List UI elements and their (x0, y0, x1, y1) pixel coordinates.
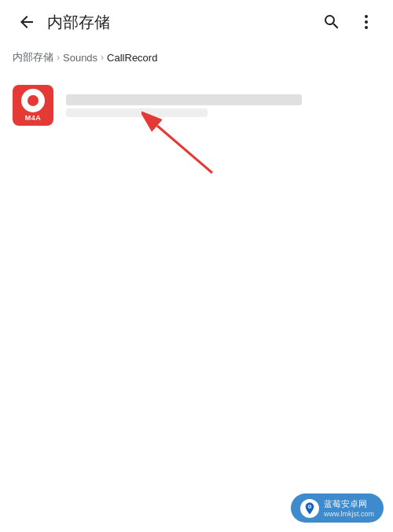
breadcrumb: 内部存储 › Sounds › CallRecord (0, 44, 393, 74)
file-icon-inner (21, 89, 45, 112)
breadcrumb-item-callrecord[interactable]: CallRecord (107, 52, 157, 64)
svg-point-1 (365, 20, 368, 24)
file-type-label: M4A (25, 114, 42, 122)
file-meta-bar (66, 108, 208, 117)
breadcrumb-item-sounds[interactable]: Sounds (63, 52, 97, 64)
file-icon: M4A (13, 85, 53, 126)
file-item[interactable]: M4A (0, 77, 393, 134)
file-info (66, 94, 380, 117)
back-button[interactable] (13, 8, 41, 36)
more-button[interactable] (352, 8, 380, 36)
app-bar-actions (318, 8, 380, 36)
search-button[interactable] (318, 8, 346, 36)
page-title: 内部存储 (47, 12, 318, 33)
breadcrumb-item-root[interactable]: 内部存储 (13, 50, 53, 64)
app-bar: 内部存储 (0, 0, 393, 44)
svg-point-2 (365, 26, 368, 29)
watermark-text: 蓝莓安卓网 www.lmkjst.com (324, 498, 374, 518)
watermark-icon (300, 499, 319, 518)
file-name-bar (66, 94, 302, 105)
svg-point-0 (365, 15, 368, 18)
file-list: M4A (0, 74, 393, 137)
watermark: 蓝莓安卓网 www.lmkjst.com (291, 493, 384, 523)
breadcrumb-sep-1: › (57, 52, 60, 63)
breadcrumb-sep-2: › (101, 52, 104, 63)
